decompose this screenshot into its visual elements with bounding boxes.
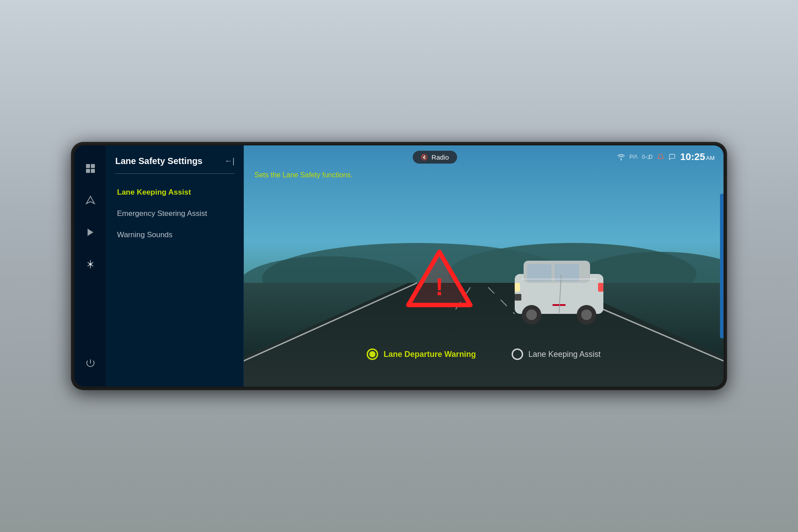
mute-icon: 🔇 <box>421 154 428 160</box>
top-bar: 🔇 Radio P//\ 0◁D <box>244 145 724 168</box>
svg-rect-2 <box>86 169 90 173</box>
message-icon <box>669 153 676 160</box>
svg-text:!: ! <box>435 273 444 301</box>
radio-button-lane-keeping[interactable] <box>512 348 523 360</box>
option-lane-departure[interactable]: Lane Departure Warning <box>367 348 476 360</box>
wifi-icon <box>617 153 625 161</box>
svg-rect-1 <box>91 164 95 168</box>
svg-marker-4 <box>87 229 93 236</box>
right-accent-bar <box>720 194 724 338</box>
screen-housing: Lane Safety Settings ←| Lane Keeping Ass… <box>71 142 727 390</box>
svg-rect-0 <box>86 164 90 168</box>
menu-panel: Lane Safety Settings ←| Lane Keeping Ass… <box>106 145 244 387</box>
time-display: 10:25AM <box>680 151 715 163</box>
menu-item-lane-keeping[interactable]: Lane Keeping Assist <box>115 183 235 202</box>
sidebar-icon-media[interactable] <box>76 218 105 246</box>
sidebar-icon-climate[interactable] <box>76 250 105 278</box>
svg-rect-29 <box>598 283 603 292</box>
menu-title: Lane Safety Settings <box>115 156 220 166</box>
sidebar <box>74 145 106 387</box>
menu-header: Lane Safety Settings ←| <box>115 156 235 166</box>
svg-rect-3 <box>91 169 95 173</box>
description-text: Sets the Lane Safety functions. <box>254 171 352 179</box>
menu-divider <box>115 173 235 174</box>
option-label-lane-keeping: Lane Keeping Assist <box>528 350 601 359</box>
back-arrow[interactable]: ←| <box>224 156 235 166</box>
radio-label: Radio <box>431 153 449 161</box>
signal-indicator: P//\ <box>630 154 638 160</box>
sidebar-icon-grid[interactable] <box>76 154 105 183</box>
svg-rect-33 <box>521 278 597 280</box>
sidebar-icon-power[interactable] <box>76 349 105 378</box>
options-area: Lane Departure Warning Lane Keeping Assi… <box>244 348 724 360</box>
option-lane-keeping[interactable]: Lane Keeping Assist <box>512 348 601 360</box>
dashboard-background: Lane Safety Settings ←| Lane Keeping Ass… <box>0 0 798 532</box>
svg-point-34 <box>621 159 622 160</box>
volume-indicator: 0◁D <box>642 154 653 160</box>
sidebar-icon-navigation[interactable] <box>76 186 105 215</box>
main-content: ! <box>244 145 724 387</box>
status-bar: P//\ 0◁D 10:25AM <box>617 151 715 163</box>
svg-rect-30 <box>515 294 521 301</box>
radio-dot-lane-departure <box>369 351 376 357</box>
radio-button-lane-departure[interactable] <box>367 348 378 360</box>
notification-icon <box>657 153 664 160</box>
svg-rect-28 <box>515 283 520 292</box>
infotainment-screen: Lane Safety Settings ←| Lane Keeping Ass… <box>74 145 724 387</box>
svg-rect-31 <box>552 304 566 306</box>
radio-badge[interactable]: 🔇 Radio <box>413 151 457 164</box>
option-label-lane-departure: Lane Departure Warning <box>383 350 476 359</box>
svg-point-25 <box>526 309 537 320</box>
menu-item-emergency-steering[interactable]: Emergency Steering Assist <box>115 204 235 223</box>
svg-point-5 <box>90 263 91 265</box>
menu-item-warning-sounds[interactable]: Warning Sounds <box>115 225 235 245</box>
svg-point-27 <box>581 309 592 320</box>
